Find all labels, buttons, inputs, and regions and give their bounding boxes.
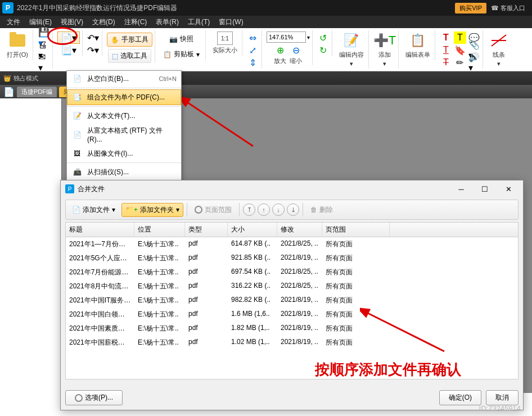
new-page-button[interactable]: 📄▾ xyxy=(57,31,80,44)
lines-button[interactable]: 线条▾ xyxy=(488,30,510,69)
text-file-icon: 📝 xyxy=(71,110,83,121)
col-range[interactable]: 页范围 xyxy=(322,223,390,237)
dropdown-from-image[interactable]: 🖼 从图像文件(I)... xyxy=(67,146,181,161)
rotate-cw-button[interactable]: ↻ xyxy=(317,44,330,56)
signature-button[interactable]: ✏ xyxy=(454,56,466,69)
move-down-button[interactable]: ↓ xyxy=(272,204,285,216)
dropdown-combine-files[interactable]: 📑 组合文件为单个 PDF(C)... xyxy=(67,89,181,105)
move-up-button[interactable]: ↑ xyxy=(258,204,270,216)
window-title: 2022年1月中国采购经理指数运行情况迅捷PDF编辑器 xyxy=(17,3,177,13)
col-location[interactable]: 位置 xyxy=(134,223,185,237)
menubar: 文件 编辑(E) 视图(V) 文档(D) 注释(C) 表单(R) 工具(T) 窗… xyxy=(0,16,532,28)
gear-icon xyxy=(195,206,202,214)
dialog-close-button[interactable]: ✕ xyxy=(498,182,519,196)
tab-1[interactable]: 迅捷PDF编 xyxy=(17,87,57,97)
table-row[interactable]: 2021年8月中旬流通领..E:\杨十五\常..pdf316.22 KB (..… xyxy=(66,279,518,293)
exclusive-mode-label[interactable]: 独占模式 xyxy=(13,74,38,83)
menu-comment[interactable]: 注释(C) xyxy=(120,16,152,28)
dialog-app-icon: P xyxy=(65,184,74,193)
move-bottom-button[interactable]: ⤓ xyxy=(287,204,299,216)
dropdown-from-rtf[interactable]: 📄 从富文本格式 (RTF) 文件(R)... xyxy=(67,124,181,146)
dropdown-from-scanner[interactable]: 📠 从扫描仪(S)... xyxy=(67,164,181,180)
dialog-maximize-button[interactable]: ☐ xyxy=(475,182,495,196)
main-toolbar: 打开(O) 💾▾ 🖨▾ ✉▾ 📄▾ 📃▾ ↶▾ ↷▾ ✋手形工具 ⬚选取工具 📷… xyxy=(0,28,532,71)
zoom-in-icon[interactable]: ⊕ xyxy=(277,45,284,56)
edit-content-button[interactable]: 📝 编辑内容▾ xyxy=(337,30,366,69)
cancel-button[interactable]: 取消 xyxy=(486,390,519,405)
table-row[interactable]: 2021年中国白领人群..E:\杨十五\常..pdf1.6 MB (1,6..2… xyxy=(66,308,518,322)
files-table: 标题 位置 类型 大小 修改 页范围 2021年1—7月份全国..E:\杨十五\… xyxy=(65,222,519,379)
dropdown-blank-page[interactable]: 📄 从空白页(B)... Ctrl+N xyxy=(67,71,181,87)
table-row[interactable]: 2021年中国素质教育..E:\杨十五\常..pdf1.82 MB (1,..2… xyxy=(66,322,518,336)
camera-icon: 📷 xyxy=(169,35,178,43)
hand-tool-button[interactable]: ✋手形工具 xyxy=(107,33,152,47)
fit-height-button[interactable]: ⇕ xyxy=(247,56,259,69)
rotate-ccw-button[interactable]: ↺ xyxy=(317,31,330,44)
add-file-button[interactable]: 📄添加文件▾ xyxy=(68,203,119,217)
scanner-icon: 📠 xyxy=(71,166,83,178)
text-tool-button[interactable]: T xyxy=(440,31,452,44)
tab-doc-icon: 📄 xyxy=(3,87,15,97)
buy-vip-button[interactable]: 购买VIP xyxy=(455,3,486,13)
open-button[interactable]: 打开(O) xyxy=(4,30,30,60)
add-text-icon: ➕T xyxy=(373,33,396,48)
col-type[interactable]: 类型 xyxy=(185,223,228,237)
table-row[interactable]: 2021年5G个人应用研..E:\杨十五\常..pdf921.85 KB (..… xyxy=(66,251,518,265)
options-button[interactable]: 选项(P)... xyxy=(65,390,123,405)
dropdown-from-text[interactable]: 📝 从文本文件(T)... xyxy=(67,108,181,124)
menu-edit[interactable]: 编辑(E) xyxy=(25,16,56,28)
add-file-icon: 📄 xyxy=(72,206,80,214)
image-file-icon: 🖼 xyxy=(71,148,83,159)
mail-button[interactable]: ✉▾ xyxy=(38,56,50,69)
highlight-tool-button[interactable]: T xyxy=(454,31,466,44)
delete-button[interactable]: 🗑删除 xyxy=(306,203,337,217)
menu-view[interactable]: 视图(V) xyxy=(56,16,88,28)
clipboard-icon: 📋 xyxy=(163,51,172,58)
sound-button[interactable]: 🔊▾ xyxy=(468,56,480,69)
dialog-toolbar: 📄添加文件▾ 📁+添加文件夹▾ 页面范围 ⤒ ↑ ↓ ⤓ 🗑删除 xyxy=(65,200,519,220)
service-link[interactable]: ☎客服入口 xyxy=(491,4,525,12)
col-modified[interactable]: 修改 xyxy=(277,223,322,237)
scan-button[interactable]: 📃▾ xyxy=(57,44,80,56)
dialog-footer: 选项(P)... 确定(O) 取消 xyxy=(65,390,519,405)
snapshot-button[interactable]: 📷快照 xyxy=(166,33,197,46)
fit-page-button[interactable]: ⤢ xyxy=(247,44,259,56)
menu-document[interactable]: 文档(D) xyxy=(88,16,120,28)
add-folder-button[interactable]: 📁+添加文件夹▾ xyxy=(121,203,183,217)
actual-size-button[interactable]: 1:1 实际大小 xyxy=(210,30,240,56)
clipboard-button[interactable]: 📋剪贴板▾ xyxy=(160,48,203,61)
underline-button[interactable]: T xyxy=(440,44,452,56)
form-icon: 📋 xyxy=(410,33,425,48)
edit-form-button[interactable]: 📋 编辑表单 xyxy=(403,30,432,60)
move-top-button[interactable]: ⤒ xyxy=(243,204,255,216)
combine-files-icon: 📑 xyxy=(71,92,83,103)
zoom-input[interactable] xyxy=(267,31,306,43)
dialog-minimize-button[interactable]: ─ xyxy=(451,182,471,196)
fit-width-button[interactable]: ⇔ xyxy=(247,31,259,44)
select-tool-button[interactable]: ⬚选取工具 xyxy=(108,49,151,63)
table-row[interactable]: 2021年中国薪税服务..E:\杨十五\常..pdf1.02 MB (1,..2… xyxy=(66,336,518,350)
redo-button[interactable]: ↷▾ xyxy=(87,44,100,56)
titlebar: P 2022年1月中国采购经理指数运行情况迅捷PDF编辑器 购买VIP ☎客服入… xyxy=(0,0,532,16)
col-title[interactable]: 标题 xyxy=(66,223,134,237)
page-range-button[interactable]: 页面范围 xyxy=(191,203,236,217)
menu-file[interactable]: 文件 xyxy=(2,16,25,28)
zoom-out-icon[interactable]: ⊖ xyxy=(292,45,300,56)
crown-icon: 👑 xyxy=(3,75,11,82)
lines-icon xyxy=(490,34,507,47)
menu-form[interactable]: 表单(R) xyxy=(151,16,183,28)
undo-button[interactable]: ↶▾ xyxy=(87,31,100,44)
blank-page-icon: 📄 xyxy=(71,73,83,84)
col-size[interactable]: 大小 xyxy=(228,223,277,237)
menu-tools[interactable]: 工具(T) xyxy=(183,16,214,28)
gear-icon xyxy=(75,394,83,402)
table-header: 标题 位置 类型 大小 修改 页范围 xyxy=(66,223,518,237)
ok-button[interactable]: 确定(O) xyxy=(439,390,481,405)
menu-window[interactable]: 窗口(W) xyxy=(214,16,247,28)
table-row[interactable]: 2021年中国IT服务供..E:\杨十五\常..pdf982.82 KB (..… xyxy=(66,293,518,308)
table-row[interactable]: 2021年1—7月份全国..E:\杨十五\常..pdf614.87 KB (..… xyxy=(66,237,518,251)
stamp-button[interactable]: 🔖 xyxy=(454,44,466,56)
table-row[interactable]: 2021年7月份能源生产..E:\杨十五\常..pdf697.54 KB (..… xyxy=(66,265,518,279)
add-button[interactable]: ➕T 添加▾ xyxy=(373,30,396,69)
strikethrough-button[interactable]: T xyxy=(440,56,452,69)
